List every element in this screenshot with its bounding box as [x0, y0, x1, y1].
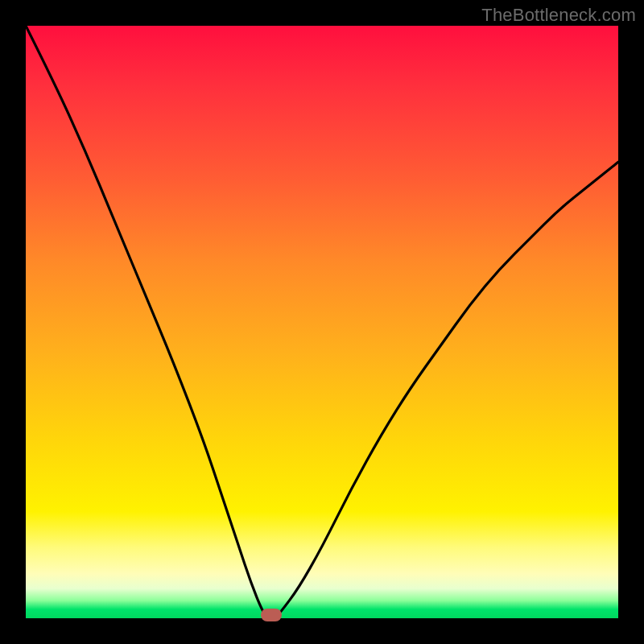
chart-frame: TheBottleneck.com — [0, 0, 644, 644]
watermark-text: TheBottleneck.com — [481, 5, 636, 26]
plot-area — [26, 26, 618, 618]
optimal-marker — [261, 609, 282, 621]
bottleneck-curve — [26, 26, 618, 618]
